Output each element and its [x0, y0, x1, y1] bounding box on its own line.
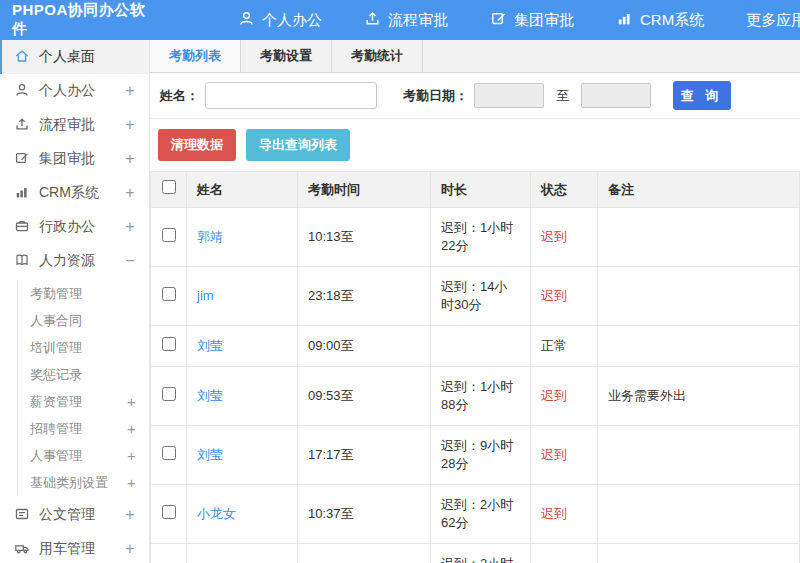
expand-toggle[interactable]: + — [127, 474, 149, 491]
row-checkbox[interactable] — [162, 337, 176, 351]
attendance-time: 10:13至 — [298, 208, 431, 267]
table-row: 郭靖 10:13至 迟到：1小时22分 迟到 — [151, 208, 800, 267]
note — [598, 267, 800, 326]
row-checkbox[interactable] — [162, 387, 176, 401]
sidebar-item-label: 用车管理 — [39, 540, 123, 558]
row-checkbox[interactable] — [162, 287, 176, 301]
bar-chart-icon — [14, 184, 30, 203]
expand-toggle[interactable]: + — [123, 150, 137, 168]
employee-name-link[interactable]: 小龙女 — [187, 485, 298, 544]
expand-toggle[interactable]: + — [123, 184, 137, 202]
nav-group-approval[interactable]: 集团审批 — [469, 0, 595, 40]
employee-name-link[interactable]: jim — [187, 267, 298, 326]
sidebar-item-label: CRM系统 — [39, 184, 123, 202]
sidebar-item-desktop[interactable]: 个人桌面 — [0, 40, 149, 74]
sidebar-item-official-doc[interactable]: 公文管理 + — [0, 498, 149, 532]
duration — [431, 326, 531, 367]
duration: 迟到：14小时30分 — [431, 267, 531, 326]
expand-toggle[interactable]: + — [127, 447, 149, 464]
date-to-label: 至 — [556, 87, 569, 105]
attendance-time: 23:18至 — [298, 267, 431, 326]
row-checkbox[interactable] — [162, 228, 176, 242]
duration: 迟到：1小时88分 — [431, 367, 531, 426]
row-checkbox[interactable] — [162, 505, 176, 519]
tab-attendance-settings[interactable]: 考勤设置 — [241, 40, 332, 72]
sidebar-item-vehicle[interactable]: 用车管理 + — [0, 532, 149, 563]
date-from-input[interactable] — [474, 83, 544, 108]
expand-toggle[interactable]: + — [123, 116, 137, 134]
duration: 迟到：2小时90分早退：7小时10分 — [431, 544, 531, 563]
sidebar-item-personal-office[interactable]: 个人办公 + — [0, 74, 149, 108]
table-row: 刘莹 17:17至 迟到：9小时28分 迟到 — [151, 426, 800, 485]
attendance-table: 姓名 考勤时间 时长 状态 备注 郭靖 10:13至 迟到：1小时22分 迟到 — [150, 171, 800, 563]
nav-crm[interactable]: CRM系统 — [595, 0, 725, 40]
note — [598, 485, 800, 544]
name-label: 姓名： — [160, 87, 199, 105]
expand-toggle[interactable]: + — [127, 393, 149, 410]
sidebar-subitem-personnel[interactable]: 人事管理 + — [17, 442, 149, 469]
table-header-row: 姓名 考勤时间 时长 状态 备注 — [151, 172, 800, 208]
col-name: 姓名 — [187, 172, 298, 208]
date-to-input[interactable] — [581, 83, 651, 108]
sidebar-subitem-attendance[interactable]: 考勤管理 — [17, 280, 149, 307]
status-badge: 迟到 — [531, 426, 598, 485]
clean-data-button[interactable]: 清理数据 — [158, 129, 236, 161]
sidebar-item-crm[interactable]: CRM系统 + — [0, 176, 149, 210]
document-icon — [14, 506, 30, 525]
sidebar-item-flow-approval[interactable]: 流程审批 + — [0, 108, 149, 142]
sidebar-item-hr[interactable]: 人力资源 − — [0, 244, 149, 278]
bar-chart-icon — [616, 10, 633, 30]
sidebar-item-label: 个人桌面 — [39, 48, 123, 66]
expand-toggle[interactable]: + — [123, 506, 137, 524]
employee-name-link[interactable]: 刘莹 — [187, 426, 298, 485]
tab-bar: 考勤列表 考勤设置 考勤统计 — [150, 40, 800, 73]
sidebar-item-label: 流程审批 — [39, 116, 123, 134]
tab-attendance-list[interactable]: 考勤列表 — [150, 40, 241, 72]
home-icon — [14, 48, 30, 67]
sidebar-item-admin-office[interactable]: 行政办公 + — [0, 210, 149, 244]
edit-icon — [14, 150, 30, 169]
sidebar-subitem-salary[interactable]: 薪资管理 + — [17, 388, 149, 415]
note — [598, 426, 800, 485]
collapse-toggle[interactable]: − — [123, 252, 137, 270]
search-form: 姓名： 考勤日期： 至 查 询 — [150, 73, 800, 119]
query-button[interactable]: 查 询 — [673, 81, 731, 110]
nav-flow-approval[interactable]: 流程审批 — [343, 0, 469, 40]
select-all-checkbox[interactable] — [162, 180, 176, 194]
sidebar-subitem-hr-contract[interactable]: 人事合同 — [17, 307, 149, 334]
employee-name-link[interactable]: 刘莹 — [187, 326, 298, 367]
sidebar-item-label: 行政办公 — [39, 218, 123, 236]
tab-attendance-stats[interactable]: 考勤统计 — [332, 40, 423, 72]
row-checkbox[interactable] — [162, 446, 176, 460]
col-status: 状态 — [531, 172, 598, 208]
nav-label: 流程审批 — [388, 11, 448, 30]
sidebar-subitem-rewards[interactable]: 奖惩记录 — [17, 361, 149, 388]
sidebar-subitem-recruit[interactable]: 招聘管理 + — [17, 415, 149, 442]
employee-name-link[interactable]: 郭靖 — [187, 208, 298, 267]
nav-label: 更多应用 — [746, 11, 800, 30]
sidebar-subitem-base-category[interactable]: 基础类别设置 + — [17, 469, 149, 496]
name-input[interactable] — [205, 82, 377, 109]
expand-toggle[interactable]: + — [123, 540, 137, 558]
status-badge: 迟到 — [531, 367, 598, 426]
sidebar-subitem-training[interactable]: 培训管理 — [17, 334, 149, 361]
nav-personal-office[interactable]: 个人办公 — [217, 0, 343, 40]
export-list-button[interactable]: 导出查询列表 — [246, 129, 350, 161]
person-icon — [238, 10, 255, 30]
expand-toggle[interactable]: + — [123, 82, 137, 100]
status-badge: 迟到/早退 — [531, 544, 598, 563]
duration: 迟到：1小时22分 — [431, 208, 531, 267]
nav-more-apps[interactable]: 更多应用 — [725, 0, 800, 40]
duration: 迟到：9小时28分 — [431, 426, 531, 485]
note: 1111 — [598, 544, 800, 563]
employee-name-link[interactable]: 管理员 — [187, 544, 298, 563]
nav-label: 个人办公 — [262, 11, 322, 30]
hr-submenu: 考勤管理 人事合同 培训管理 奖惩记录 薪资管理 + 招聘管理 + — [0, 278, 149, 498]
sidebar-item-group-approval[interactable]: 集团审批 + — [0, 142, 149, 176]
table-row: 小龙女 10:37至 迟到：2小时62分 迟到 — [151, 485, 800, 544]
employee-name-link[interactable]: 刘莹 — [187, 367, 298, 426]
nav-label: CRM系统 — [640, 11, 704, 30]
top-nav: 个人办公 流程审批 集团审批 CRM系统 更多应用 — [217, 0, 800, 40]
expand-toggle[interactable]: + — [123, 218, 137, 236]
expand-toggle[interactable]: + — [127, 420, 149, 437]
